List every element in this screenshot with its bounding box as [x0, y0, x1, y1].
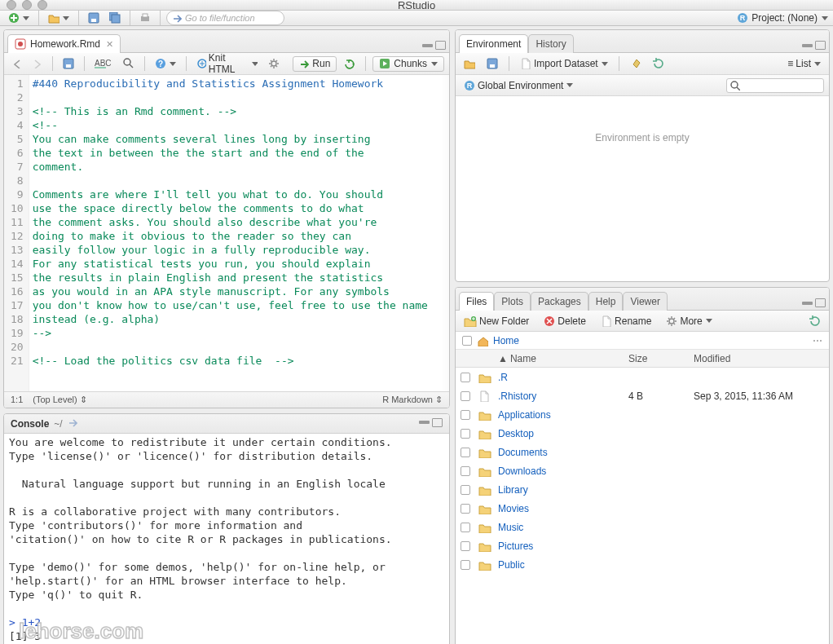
- row-checkbox[interactable]: [461, 560, 470, 570]
- code-content[interactable]: #440 Reproducibility and Statistics Assi…: [29, 75, 449, 391]
- row-checkbox[interactable]: [461, 410, 470, 420]
- open-file-button[interactable]: [45, 11, 73, 25]
- folder-icon: [478, 559, 498, 571]
- file-row[interactable]: .Rhistory4 BSep 3, 2015, 11:36 AM: [456, 386, 829, 405]
- file-row[interactable]: Pictures: [456, 536, 829, 555]
- find-button[interactable]: [120, 56, 138, 71]
- scope-selector[interactable]: (Top Level) ⇕: [33, 395, 86, 405]
- select-all-checkbox[interactable]: [462, 336, 472, 346]
- row-checkbox[interactable]: [461, 391, 470, 401]
- file-row[interactable]: Applications: [456, 405, 829, 424]
- file-name[interactable]: Public: [498, 559, 628, 571]
- run-button[interactable]: Run: [293, 56, 337, 72]
- env-scope-bar: Global Environment: [456, 75, 829, 96]
- tab-packages[interactable]: Packages: [531, 292, 588, 311]
- row-checkbox[interactable]: [461, 373, 470, 382]
- row-checkbox[interactable]: [461, 523, 470, 532]
- project-menu[interactable]: Project: (None): [737, 12, 828, 24]
- file-name[interactable]: Documents: [498, 447, 628, 458]
- spellcheck-button[interactable]: [91, 56, 116, 71]
- file-name[interactable]: Music: [498, 522, 628, 533]
- file-row[interactable]: Music: [456, 518, 829, 536]
- save-all-button[interactable]: [106, 11, 124, 25]
- tab-history[interactable]: History: [528, 34, 573, 53]
- file-row[interactable]: Desktop: [456, 424, 829, 443]
- back-button[interactable]: [9, 57, 25, 70]
- breadcrumb-home[interactable]: Home: [493, 335, 519, 346]
- rerun-button[interactable]: [341, 56, 359, 71]
- tab-viewer[interactable]: Viewer: [623, 292, 667, 311]
- files-refresh-button[interactable]: [806, 314, 824, 329]
- row-checkbox[interactable]: [461, 466, 470, 476]
- files-maximize-icon[interactable]: [815, 298, 826, 307]
- file-row[interactable]: Library: [456, 480, 829, 499]
- print-button[interactable]: [136, 11, 154, 25]
- settings-button[interactable]: [265, 56, 283, 71]
- file-row[interactable]: Downloads: [456, 461, 829, 480]
- code-editor[interactable]: 1 2 3 4 5 6 7 8 9 10 11 12 13 14 15 16 1…: [4, 75, 449, 391]
- run-label: Run: [312, 58, 330, 69]
- refresh-env-button[interactable]: [650, 56, 668, 71]
- clear-workspace-button[interactable]: [627, 56, 645, 71]
- file-name[interactable]: .Rhistory: [498, 390, 628, 402]
- file-name[interactable]: Desktop: [498, 428, 628, 439]
- breadcrumb-more-icon[interactable]: ⋯: [813, 335, 822, 346]
- console-minimize-icon[interactable]: [419, 421, 430, 424]
- console-popout-icon[interactable]: [68, 417, 77, 430]
- files-minimize-icon[interactable]: [802, 302, 813, 305]
- delete-button[interactable]: Delete: [540, 314, 589, 329]
- more-button[interactable]: More: [663, 314, 715, 329]
- load-workspace-button[interactable]: [461, 56, 478, 71]
- rename-button[interactable]: Rename: [597, 314, 654, 329]
- forward-button[interactable]: [29, 57, 46, 70]
- source-tab-homework[interactable]: Homework.Rmd ✕: [7, 34, 121, 53]
- file-row[interactable]: Movies: [456, 499, 829, 518]
- file-name[interactable]: .R: [498, 372, 628, 383]
- row-checkbox[interactable]: [461, 504, 470, 514]
- col-modified[interactable]: Modified: [694, 353, 824, 364]
- language-selector[interactable]: R Markdown ⇕: [382, 395, 443, 405]
- file-name[interactable]: Movies: [498, 503, 628, 514]
- tab-environment[interactable]: Environment: [459, 34, 528, 53]
- knit-button[interactable]: Knit HTML: [193, 51, 262, 77]
- file-name[interactable]: Applications: [498, 409, 628, 421]
- minimize-pane-icon[interactable]: [422, 44, 433, 47]
- file-row[interactable]: .R: [456, 368, 829, 386]
- save-workspace-button[interactable]: [483, 56, 501, 71]
- help-button[interactable]: [152, 56, 179, 71]
- row-checkbox[interactable]: [461, 448, 470, 457]
- list-view-button[interactable]: ≡ List: [784, 56, 824, 71]
- file-row[interactable]: Documents: [456, 443, 829, 461]
- env-search-input[interactable]: [726, 78, 824, 93]
- console-body[interactable]: You are welcome to redistribute it under…: [4, 434, 449, 644]
- env-minimize-icon[interactable]: [802, 44, 813, 47]
- env-maximize-icon[interactable]: [815, 41, 826, 50]
- file-name[interactable]: Downloads: [498, 465, 628, 477]
- row-checkbox[interactable]: [461, 485, 470, 495]
- save-button[interactable]: [85, 11, 103, 25]
- chunks-button[interactable]: Chunks: [372, 56, 444, 72]
- maximize-pane-icon[interactable]: [435, 41, 446, 50]
- file-name[interactable]: Pictures: [498, 540, 628, 552]
- console-maximize-icon[interactable]: [432, 418, 443, 427]
- folder-icon: [478, 484, 498, 496]
- tab-files[interactable]: Files: [459, 292, 494, 311]
- save-source-button[interactable]: [60, 56, 77, 71]
- new-folder-button[interactable]: New Folder: [461, 314, 532, 329]
- new-file-button[interactable]: [5, 11, 33, 25]
- env-scope-selector[interactable]: Global Environment: [461, 78, 576, 93]
- file-name[interactable]: Library: [498, 484, 628, 496]
- close-tab-icon[interactable]: ✕: [106, 39, 113, 50]
- col-size[interactable]: Size: [628, 353, 694, 364]
- row-checkbox[interactable]: [461, 541, 470, 551]
- goto-file-function-input[interactable]: Go to file/function: [166, 11, 284, 25]
- row-checkbox[interactable]: [461, 429, 470, 439]
- import-dataset-button[interactable]: Import Dataset: [517, 56, 611, 71]
- knit-label: Knit HTML: [209, 52, 249, 75]
- tab-help[interactable]: Help: [588, 292, 624, 311]
- col-name[interactable]: ▲ Name: [498, 353, 628, 364]
- console-header: Console ~/: [4, 414, 449, 434]
- tab-plots[interactable]: Plots: [494, 292, 531, 311]
- goto-file-placeholder: Go to file/function: [185, 13, 255, 23]
- file-row[interactable]: Public: [456, 555, 829, 574]
